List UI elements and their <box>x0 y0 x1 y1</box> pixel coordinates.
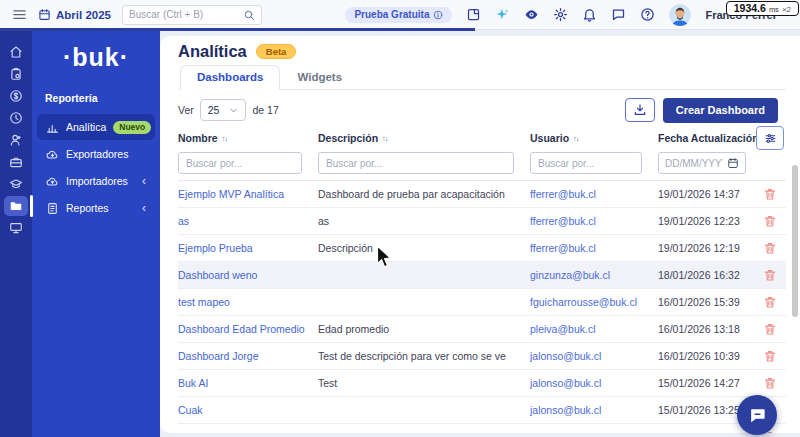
sidebar-item-reportes[interactable]: Reportes‹ <box>37 195 155 221</box>
dashboard-name-link[interactable]: as <box>178 215 318 227</box>
eye-icon[interactable] <box>524 7 539 22</box>
delete-trash-icon[interactable] <box>763 268 777 282</box>
search-icon[interactable] <box>243 9 255 21</box>
filter-fecha-input[interactable] <box>658 152 746 174</box>
dashboard-updated-date: 15/01/2026 14:27 <box>658 377 754 389</box>
sidebar-item-label: Importadores <box>66 175 128 187</box>
notifications-bell-icon[interactable] <box>582 7 597 22</box>
rail-item-people[interactable] <box>4 130 28 150</box>
gear-icon[interactable] <box>553 7 568 22</box>
download-button[interactable] <box>625 98 655 122</box>
sidebar-nav: AnalíticaNuevoExportadoresImportadores‹R… <box>32 113 160 222</box>
dashboard-name-link[interactable]: teste <box>178 431 318 433</box>
sliders-icon <box>764 132 777 145</box>
sidebar-item-label: Reportes <box>66 202 109 214</box>
sort-icon[interactable]: ↑↓ <box>222 134 228 143</box>
scrollbar-thumb[interactable] <box>792 165 798 317</box>
delete-trash-icon[interactable] <box>763 349 777 363</box>
dashboard-name-link[interactable]: Buk AI <box>178 377 318 389</box>
table-row[interactable]: Ejemplo PruebaDescripciónfferrer@buk.cl1… <box>178 235 786 262</box>
search-input[interactable] <box>129 9 237 20</box>
rail-item-home[interactable] <box>4 42 28 62</box>
help-icon[interactable] <box>640 7 655 22</box>
filter-nombre-input[interactable] <box>178 152 302 174</box>
chevron-icon: ‹ <box>142 202 148 214</box>
table-row[interactable]: test mapeofguicharrousse@buk.cl16/01/202… <box>178 289 786 316</box>
page-load-progress-bar <box>0 28 475 31</box>
table-row[interactable]: Dashboard JorgeTest de descripción para … <box>178 343 786 370</box>
report-icon <box>46 202 59 215</box>
period-selector[interactable]: Abril 2025 <box>38 8 111 21</box>
debug-time: 1934.6 <box>734 2 766 14</box>
calendar-icon <box>727 157 739 169</box>
dashboard-name-link[interactable]: Cuak <box>178 404 318 416</box>
total-count-label: de 17 <box>252 104 278 116</box>
dashboard-updated-date: 19/01/2026 14:37 <box>658 188 754 200</box>
column-settings-button[interactable] <box>756 126 784 150</box>
title-row: Analítica Beta <box>178 42 786 60</box>
table-row[interactable]: Dashboard wenoginzunza@buk.cl18/01/2026 … <box>178 262 786 289</box>
filter-usuario-input[interactable] <box>530 152 642 174</box>
dashboard-user: pleiva@buk.cl <box>530 323 658 335</box>
table-row[interactable]: Dashboard Edad PromedioEdad promedioplei… <box>178 316 786 343</box>
delete-trash-icon[interactable] <box>763 295 777 309</box>
performance-debug-overlay: 1934.6 ms ×2 <box>726 1 799 16</box>
row-actions <box>754 214 786 228</box>
sort-icon[interactable]: ↑↓ <box>382 134 388 143</box>
page-size-select[interactable]: 25 <box>200 99 247 121</box>
calendar-icon <box>38 8 51 21</box>
delete-trash-icon[interactable] <box>763 187 777 201</box>
ai-sparkle-icon[interactable] <box>495 7 510 22</box>
rail-item-payments[interactable] <box>4 86 28 106</box>
chevron-down-icon <box>229 106 238 115</box>
tabs: Dashboards Widgets <box>178 64 786 90</box>
sidebar-item-importadores[interactable]: Importadores‹ <box>37 168 155 194</box>
dashboard-name-link[interactable]: test mapeo <box>178 296 318 308</box>
rail-item-devices[interactable] <box>4 218 28 238</box>
sort-icon[interactable]: ↑↓ <box>573 134 579 143</box>
rail-item-briefcase[interactable] <box>4 152 28 172</box>
dashboard-name-link[interactable]: Dashboard weno <box>178 269 318 281</box>
date-input[interactable] <box>665 158 723 169</box>
rail-item-folder[interactable] <box>4 196 28 216</box>
row-actions <box>754 295 786 309</box>
sidebar-item-analitica[interactable]: AnalíticaNuevo <box>37 114 155 140</box>
hamburger-menu-icon[interactable] <box>12 7 27 22</box>
dashboard-name-link[interactable]: Ejemplo MVP Analítica <box>178 188 318 200</box>
filter-descripcion-input[interactable] <box>318 152 514 174</box>
buk-logo: ·buk· <box>32 43 160 72</box>
rail-item-clipboard[interactable] <box>4 64 28 84</box>
avatar[interactable] <box>669 4 691 26</box>
rail-item-education[interactable] <box>4 174 28 194</box>
save-icon[interactable] <box>466 7 481 22</box>
delete-trash-icon[interactable] <box>763 322 777 336</box>
table-row[interactable]: asasfferrer@buk.cl19/01/2026 12:23 <box>178 208 786 235</box>
tab-widgets[interactable]: Widgets <box>280 65 359 90</box>
delete-trash-icon[interactable] <box>763 241 777 255</box>
table-row[interactable]: Ejemplo MVP AnalíticaDashboard de prueba… <box>178 181 786 208</box>
dashboard-name-link[interactable]: Dashboard Jorge <box>178 350 318 362</box>
dashboard-name-link[interactable]: Ejemplo Prueba <box>178 242 318 254</box>
row-actions <box>754 376 786 390</box>
table-row[interactable]: Buk AITestjalonso@buk.cl15/01/2026 14:27 <box>178 370 786 397</box>
devices-icon <box>9 221 23 235</box>
table-row[interactable]: Cuakjalonso@buk.cl15/01/2026 13:25 <box>178 397 786 424</box>
sidebar-item-exportadores[interactable]: Exportadores <box>37 141 155 167</box>
education-icon <box>9 177 23 191</box>
dashboard-description: Descripción <box>318 242 530 254</box>
dashboard-user: jalonso@buk.cl <box>530 377 658 389</box>
sidebar-item-label: Analítica <box>66 121 106 133</box>
create-dashboard-button[interactable]: Crear Dashboard <box>663 98 778 123</box>
table-header: Nombre ↑↓ Descripción ↑↓ Usuario ↑↓ Fech… <box>178 130 786 146</box>
chevron-icon: ‹ <box>142 175 148 187</box>
dashboard-name-link[interactable]: Dashboard Edad Promedio <box>178 323 318 335</box>
trial-badge[interactable]: Prueba Gratuita <box>345 7 452 23</box>
delete-trash-icon[interactable] <box>763 376 777 390</box>
messages-icon[interactable] <box>611 7 626 22</box>
rail-item-clock[interactable] <box>4 108 28 128</box>
tab-dashboards[interactable]: Dashboards <box>180 65 280 90</box>
chat-fab-button[interactable] <box>737 395 777 435</box>
delete-trash-icon[interactable] <box>763 214 777 228</box>
table-row[interactable]: testetestjalonso@buk.cl14/01/2026 12:47 <box>178 424 786 433</box>
global-search <box>122 5 262 25</box>
